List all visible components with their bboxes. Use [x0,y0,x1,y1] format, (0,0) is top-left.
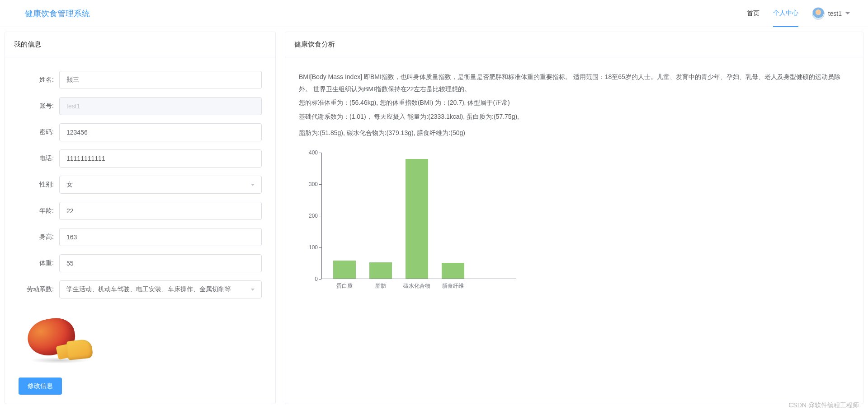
analysis-line-4: 脂肪为:(51.85g), 碳水化合物为:(379.13g), 膳食纤维为:(5… [299,127,849,139]
analysis-line-2: 您的标准体重为：(56.46kg), 您的体重指数(BMI) 为：(20.7),… [299,97,849,109]
user-dropdown[interactable]: test1 [812,7,850,20]
chart-bar: 脂肪 [369,262,392,279]
username: test1 [828,10,842,17]
select-labor[interactable]: 学生活动、机动车驾驶、电工安装、车床操作、金属切削等 [59,280,262,298]
input-password[interactable]: 123456 [59,123,262,141]
nav-right: 首页 个人中心 test1 [747,0,850,27]
brand-title: 健康饮食管理系统 [25,8,90,19]
label-weight: 体重: [19,259,59,267]
select-gender[interactable]: 女 [59,176,262,194]
label-account: 账号: [19,102,59,110]
row-password: 密码: 123456 [19,123,262,141]
row-labor: 劳动系数: 学生活动、机动车驾驶、电工安装、车床操作、金属切削等 [19,280,262,298]
header: 健康饮食管理系统 首页 个人中心 test1 [0,0,868,27]
row-height: 身高: 163 [19,228,262,246]
row-gender: 性别: 女 [19,176,262,194]
avatar [812,7,825,20]
submit-button[interactable]: 修改信息 [19,378,62,395]
panel-my-info-title: 我的信息 [5,32,275,57]
chart-bar: 膳食纤维 [442,263,464,279]
row-age: 年龄: 22 [19,202,262,220]
input-name[interactable]: 颢三 [59,71,262,89]
chart-xlabel: 碳水化合物 [403,282,430,290]
analysis-text: BMI[Body Mass Index] 即BMI指数，也叫身体质量指数，是衡量… [299,71,849,139]
chevron-down-icon [845,12,850,14]
panel-my-info: 我的信息 姓名: 颢三 账号: test1 密码: 123456 电话: 111… [5,32,276,404]
input-weight[interactable]: 55 [59,254,262,272]
label-password: 密码: [19,128,59,136]
label-labor: 劳动系数: [19,285,59,294]
my-info-form: 姓名: 颢三 账号: test1 密码: 123456 电话: 11111111… [5,57,275,404]
panel-diet-title: 健康饮食分析 [285,32,863,57]
chart-bar: 蛋白质 [333,261,356,279]
row-phone: 电话: 11111111111 [19,149,262,168]
analysis-line-1: BMI[Body Mass Index] 即BMI指数，也叫身体质量指数，是衡量… [299,71,849,95]
content: 我的信息 姓名: 颢三 账号: test1 密码: 123456 电话: 111… [0,27,868,409]
chevron-down-icon [251,289,255,291]
input-age[interactable]: 22 [59,202,262,220]
nav-home[interactable]: 首页 [747,0,760,27]
chart-bar: 碳水化合物 [406,159,428,279]
label-height: 身高: [19,233,59,241]
chart-xlabel: 膳食纤维 [442,282,464,290]
watermark: CSDN @软件编程工程师 [788,401,859,410]
diet-body: BMI[Body Mass Index] 即BMI指数，也叫身体质量指数，是衡量… [285,57,863,288]
label-name: 姓名: [19,76,59,84]
nav-profile[interactable]: 个人中心 [773,0,798,27]
label-gender: 性别: [19,181,59,189]
nutrition-chart: 0100200300400 蛋白质脂肪碳水化合物膳食纤维 [299,153,516,279]
chart-xlabel: 蛋白质 [336,282,353,290]
row-weight: 体重: 55 [19,254,262,272]
row-name: 姓名: 颢三 [19,71,262,89]
input-account: test1 [59,97,262,115]
input-height[interactable]: 163 [59,228,262,246]
chart-xlabel: 脂肪 [375,282,386,290]
chevron-down-icon [251,184,255,186]
input-phone[interactable]: 11111111111 [59,149,262,168]
analysis-line-3: 基础代谢系数为：(1.01)， 每天应摄入 能量为:(2333.1kcal), … [299,111,849,123]
food-image [28,317,95,366]
panel-diet-analysis: 健康饮食分析 BMI[Body Mass Index] 即BMI指数，也叫身体质… [285,32,863,404]
label-phone: 电话: [19,154,59,163]
label-age: 年龄: [19,207,59,215]
row-account: 账号: test1 [19,97,262,115]
